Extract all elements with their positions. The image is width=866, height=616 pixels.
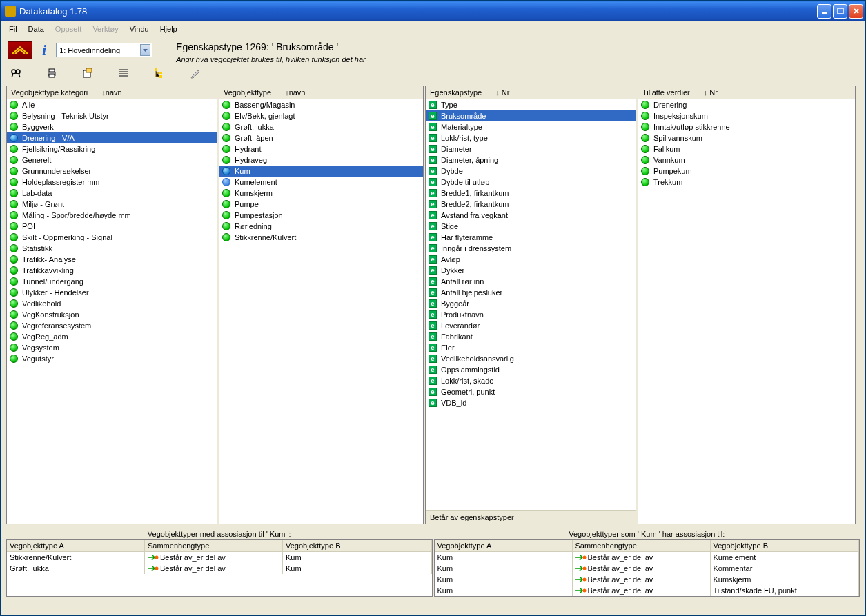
egenskapstype-item[interactable]: Bredde1, firkantkum (426, 188, 636, 199)
egenskapstype-item[interactable]: Diameter (426, 143, 636, 155)
category-item[interactable]: Ulykker - Hendelser (7, 287, 217, 298)
egenskapstype-item[interactable]: VDB_id (426, 397, 636, 408)
category-item[interactable]: POI (7, 221, 217, 232)
tillatt-verdi-item[interactable]: Spillvannskum (638, 132, 855, 143)
vegobjekttype-item[interactable]: Grøft, åpen (219, 132, 423, 143)
vegobjekttype-item[interactable]: Hydraveg (219, 155, 423, 166)
category-item[interactable]: VegKonstruksjon (7, 309, 217, 320)
menu-vindu[interactable]: Vindu (124, 23, 155, 35)
category-item[interactable]: Fjellsikring/Rassikring (7, 143, 217, 155)
egenskapstype-item[interactable]: Geometri, punkt (426, 386, 636, 397)
panel-cat-header1[interactable]: Vegobjekttype kategori (11, 88, 88, 97)
egenskapstype-item[interactable]: Byggeår (426, 298, 636, 309)
combo-arrow-icon[interactable] (140, 44, 150, 56)
egenskapstype-item[interactable]: Har flyteramme (426, 232, 636, 243)
vegobjekttype-item[interactable]: Kum (219, 166, 423, 177)
vegobjekttype-item[interactable]: Stikkrenne/Kulvert (219, 232, 423, 243)
category-item[interactable]: Byggverk (7, 121, 217, 132)
egenskapstype-item[interactable]: Vedlikeholdsansvarlig (426, 353, 636, 364)
vegobjekttype-item[interactable]: Rørledning (219, 221, 423, 232)
egenskapstype-item[interactable]: Bredde2, firkantkum (426, 199, 636, 210)
properties-icon[interactable] (82, 68, 93, 79)
category-item[interactable]: Vegsystem (7, 342, 217, 353)
category-item[interactable]: Drenering - V/A (7, 132, 217, 143)
vegobjekttype-item[interactable]: Pumpe (219, 199, 423, 210)
category-item[interactable]: Statistikk (7, 243, 217, 254)
assoc-col-a[interactable]: Vegobjekttype A (7, 540, 145, 552)
egenskapstype-item[interactable]: Dybde (426, 166, 636, 177)
category-item[interactable]: Trafikk- Analyse (7, 254, 217, 265)
egenskapstype-item[interactable]: Lokk/rist, skade (426, 375, 636, 386)
menu-data[interactable]: Data (23, 23, 50, 35)
tillatt-verdi-item[interactable]: Inspeksjonskum (638, 110, 855, 121)
egenskapstype-item[interactable]: Materialtype (426, 121, 636, 132)
category-item[interactable]: Alle (7, 99, 217, 110)
egenskapstype-item[interactable]: Produktnavn (426, 309, 636, 320)
panel-tv-body[interactable]: DreneringInspeksjonskumInntak/utløp stik… (638, 99, 855, 524)
category-item[interactable]: Grunnundersøkelser (7, 166, 217, 177)
window-minimize-button[interactable] (817, 4, 831, 19)
panel-vot-body[interactable]: Basseng/MagasinElv/Bekk, gjenlagtGrøft, … (219, 99, 423, 524)
egenskapstype-item[interactable]: Fabrikant (426, 331, 636, 342)
menu-hjelp[interactable]: Hjelp (155, 23, 183, 35)
panel-egt-header2[interactable]: ↓ Nr (495, 88, 509, 97)
assoc-left-body[interactable]: Stikkrenne/KulvertBestår av_er del avKum… (7, 552, 432, 596)
category-item[interactable]: Holdeplassregister mm (7, 177, 217, 188)
category-item[interactable]: Lab-data (7, 188, 217, 199)
menu-fil[interactable]: Fil (3, 23, 23, 35)
panel-tv-header1[interactable]: Tillatte verdier (642, 88, 690, 97)
tillatt-verdi-item[interactable]: Fallkum (638, 143, 855, 155)
assoc-row[interactable]: Grøft, lukkaBestår av_er del avKum (7, 563, 432, 574)
panel-egt-header1[interactable]: Egenskapstype (430, 88, 482, 97)
panel-tv-header2[interactable]: ↓ Nr (704, 88, 718, 97)
vegobjekttype-item[interactable]: Pumpestasjon (219, 210, 423, 221)
panel-egt-body[interactable]: TypeBruksområdeMaterialtypeLokk/rist, ty… (426, 99, 636, 510)
category-item[interactable]: Skilt - Oppmerking - Signal (7, 232, 217, 243)
vegobjekttype-item[interactable]: Kumskjerm (219, 188, 423, 199)
assoc-col-s[interactable]: Sammenhengtype (573, 540, 711, 552)
category-item[interactable]: Belysning - Teknisk Utstyr (7, 110, 217, 121)
vegobjekttype-item[interactable]: Kumelement (219, 177, 423, 188)
egenskapstype-item[interactable]: Antall hjelpesluker (426, 287, 636, 298)
egenskapstype-item[interactable]: Stige (426, 221, 636, 232)
tillatt-verdi-item[interactable]: Trekkum (638, 177, 855, 188)
window-close-button[interactable] (849, 4, 863, 19)
egenskapstype-item[interactable]: Type (426, 99, 636, 110)
egenskapstype-item[interactable]: Dykker (426, 265, 636, 276)
category-item[interactable]: Vedlikehold (7, 298, 217, 309)
panel-cat-header2[interactable]: ↓navn (101, 88, 121, 97)
egenskapstype-item[interactable]: Bruksområde (426, 110, 636, 121)
list-icon[interactable] (118, 68, 129, 79)
category-item[interactable]: Tunnel/undergang (7, 276, 217, 287)
tillatt-verdi-item[interactable]: Vannkum (638, 155, 855, 166)
assoc-right-body[interactable]: KumBestår av_er del avKumelementKumBestå… (435, 552, 860, 596)
assoc-row[interactable]: KumBestår av_er del avKumskjerm (435, 574, 860, 585)
egenskapstype-item[interactable]: Dybde til utløp (426, 177, 636, 188)
egenskapstype-item[interactable]: Leverandør (426, 320, 636, 331)
assoc-row[interactable]: KumBestår av_er del avTilstand/skade FU,… (435, 585, 860, 596)
hovedinndeling-combo[interactable]: 1: Hovedinndeling (56, 43, 152, 57)
print-icon[interactable] (46, 68, 57, 79)
assoc-col-b[interactable]: Vegobjekttype B (711, 540, 860, 552)
info-icon[interactable]: i (39, 41, 49, 59)
tillatt-verdi-item[interactable]: Pumpekum (638, 166, 855, 177)
window-maximize-button[interactable] (833, 4, 847, 19)
egenskapstype-item[interactable]: Inngår i drenssystem (426, 243, 636, 254)
category-item[interactable]: VegReg_adm (7, 331, 217, 342)
vegobjekttype-item[interactable]: Hydrant (219, 143, 423, 155)
egenskapstype-item[interactable]: Avstand fra vegkant (426, 210, 636, 221)
egenskapstype-item[interactable]: Eier (426, 342, 636, 353)
assoc-row[interactable]: KumBestår av_er del avKumelement (435, 552, 860, 563)
tillatt-verdi-item[interactable]: Drenering (638, 99, 855, 110)
egenskapstype-item[interactable]: Oppslammingstid (426, 364, 636, 375)
category-item[interactable]: Måling - Spor/bredde/høyde mm (7, 210, 217, 221)
assoc-row[interactable]: Stikkrenne/KulvertBestår av_er del avKum (7, 552, 432, 563)
search-icon[interactable] (10, 68, 21, 79)
assoc-col-b[interactable]: Vegobjekttype B (283, 540, 432, 552)
category-item[interactable]: Trafikkavvikling (7, 265, 217, 276)
category-item[interactable]: Vegreferansesystem (7, 320, 217, 331)
assoc-row[interactable]: KumBestår av_er del avKommentar (435, 563, 860, 574)
tillatt-verdi-item[interactable]: Inntak/utløp stikkrenne (638, 121, 855, 132)
category-item[interactable]: Generelt (7, 155, 217, 166)
edit-icon[interactable] (190, 68, 201, 79)
